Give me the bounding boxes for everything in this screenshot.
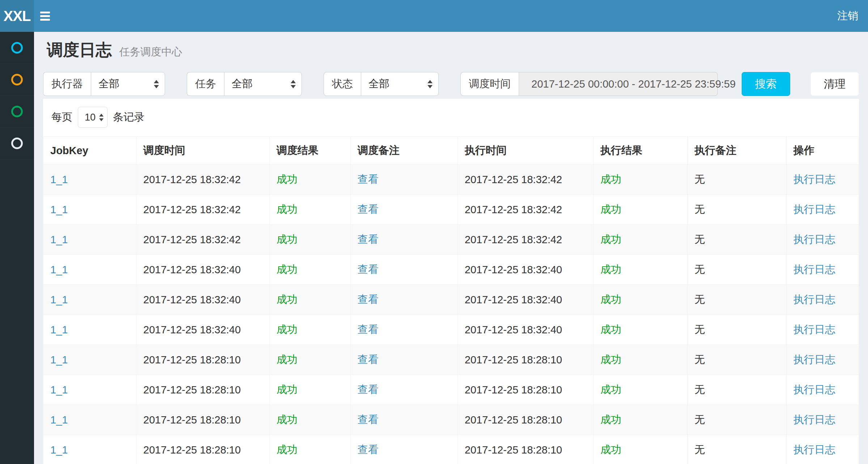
execute-remark: 无 [687, 195, 786, 225]
column-header-execute-log-link: 操作 [786, 137, 859, 165]
execute-remark: 无 [687, 285, 786, 315]
jobkey-link[interactable]: 1_1 [50, 294, 68, 305]
dispatch-remark-link-cell: 查看 [350, 315, 458, 345]
column-header-dispatch-time: 调度时间 [136, 137, 269, 165]
execute-log-link-cell: 执行日志 [786, 225, 859, 255]
dispatch-result: 成功 [269, 435, 350, 464]
dispatch-result: 成功 [269, 195, 350, 225]
dispatch-time: 2017-12-25 18:32:40 [136, 255, 269, 285]
dispatch-remark-link-cell: 查看 [350, 195, 458, 225]
table-row: 1_12017-12-25 18:32:40成功查看2017-12-25 18:… [43, 285, 859, 315]
execute-result: 成功 [593, 225, 687, 255]
dispatch-remark-link[interactable]: 查看 [358, 354, 379, 365]
jobkey-link[interactable]: 1_1 [50, 414, 68, 426]
dispatch-remark-link[interactable]: 查看 [358, 233, 379, 245]
dispatch-remark-link-cell: 查看 [350, 375, 458, 405]
execute-result: 成功 [593, 375, 687, 405]
page-length-prefix: 每页 [51, 110, 72, 125]
job-label: 任务 [187, 72, 224, 96]
jobkey-link[interactable]: 1_1 [50, 444, 68, 456]
dispatch-result: 成功 [269, 315, 350, 345]
table-row: 1_12017-12-25 18:28:10成功查看2017-12-25 18:… [43, 345, 859, 375]
execute-log-link[interactable]: 执行日志 [793, 384, 835, 395]
status-select[interactable]: 全部 [361, 72, 439, 96]
filter-row: 执行器 全部 任务 全部 状态 全部 调度时间 2017-12-25 00:00… [43, 72, 859, 96]
execute-result: 成功 [593, 315, 687, 345]
dispatch-remark-link[interactable]: 查看 [358, 173, 379, 185]
jobkey-link[interactable]: 1_1 [50, 324, 68, 336]
dispatch-remark-link[interactable]: 查看 [358, 444, 379, 455]
jobkey-link-cell: 1_1 [43, 405, 136, 435]
dispatch-time: 2017-12-25 18:32:42 [136, 225, 269, 255]
page-length-select[interactable]: 10 [78, 107, 108, 128]
jobkey-link[interactable]: 1_1 [50, 264, 68, 275]
execute-log-link[interactable]: 执行日志 [793, 414, 835, 425]
table-row: 1_12017-12-25 18:32:42成功查看2017-12-25 18:… [43, 225, 859, 255]
clear-button[interactable]: 清理 [810, 72, 859, 96]
execute-log-link-cell: 执行日志 [786, 195, 859, 225]
dispatch-remark-link[interactable]: 查看 [358, 384, 379, 395]
page-subtitle: 任务调度中心 [119, 46, 182, 58]
execute-log-link[interactable]: 执行日志 [793, 233, 835, 245]
execute-log-link[interactable]: 执行日志 [793, 263, 835, 275]
logout-link[interactable]: 注销 [837, 9, 858, 23]
dispatch-result: 成功 [269, 225, 350, 255]
jobkey-link[interactable]: 1_1 [50, 174, 68, 185]
select-arrows-icon [154, 80, 159, 88]
table-row: 1_12017-12-25 18:28:10成功查看2017-12-25 18:… [43, 405, 859, 435]
execute-log-link[interactable]: 执行日志 [793, 203, 835, 215]
sidebar-item-3[interactable] [0, 96, 34, 127]
job-filter-group: 任务 全部 [187, 72, 302, 96]
time-range-input[interactable]: 2017-12-25 00:00:00 - 2017-12-25 23:59:5… [519, 72, 718, 96]
circle-outline-icon [11, 74, 23, 85]
circle-outline-icon [11, 42, 23, 54]
navbar-right: 注销 [837, 0, 868, 32]
executor-select[interactable]: 全部 [91, 72, 165, 96]
executor-filter-group: 执行器 全部 [43, 72, 165, 96]
dispatch-remark-link[interactable]: 查看 [358, 414, 379, 425]
dispatch-remark-link[interactable]: 查看 [358, 324, 379, 335]
table-row: 1_12017-12-25 18:28:10成功查看2017-12-25 18:… [43, 435, 859, 464]
job-select[interactable]: 全部 [224, 72, 302, 96]
sidebar-item-2[interactable] [0, 64, 34, 96]
dispatch-time: 2017-12-25 18:32:40 [136, 315, 269, 345]
log-table: JobKey调度时间调度结果调度备注执行时间执行结果执行备注操作 1_12017… [43, 136, 859, 464]
dispatch-remark-link[interactable]: 查看 [358, 294, 379, 305]
sidebar-item-4[interactable] [0, 127, 34, 159]
jobkey-link[interactable]: 1_1 [50, 384, 68, 396]
execute-log-link[interactable]: 执行日志 [793, 444, 835, 455]
execute-log-link[interactable]: 执行日志 [793, 294, 835, 305]
sidebar-item-1[interactable] [0, 32, 34, 64]
status-label: 状态 [324, 72, 361, 96]
dispatch-time: 2017-12-25 18:28:10 [136, 405, 269, 435]
jobkey-link[interactable]: 1_1 [50, 204, 68, 215]
brand-logo[interactable]: XXL [0, 0, 34, 32]
dispatch-result: 成功 [269, 165, 350, 195]
jobkey-link-cell: 1_1 [43, 225, 136, 255]
table-row: 1_12017-12-25 18:32:40成功查看2017-12-25 18:… [43, 255, 859, 285]
execute-remark: 无 [687, 345, 786, 375]
table-header-row: JobKey调度时间调度结果调度备注执行时间执行结果执行备注操作 [43, 137, 859, 165]
executor-select-value: 全部 [98, 77, 119, 91]
column-header-execute-result: 执行结果 [593, 137, 687, 165]
sidebar-toggle-button[interactable] [34, 0, 56, 32]
execute-result: 成功 [593, 165, 687, 195]
search-button[interactable]: 搜索 [742, 72, 790, 96]
dispatch-remark-link[interactable]: 查看 [358, 203, 379, 215]
table-row: 1_12017-12-25 18:32:40成功查看2017-12-25 18:… [43, 315, 859, 345]
execute-time: 2017-12-25 18:32:40 [458, 255, 593, 285]
column-header-execute-remark: 执行备注 [687, 137, 786, 165]
execute-log-link[interactable]: 执行日志 [793, 173, 835, 185]
table-row: 1_12017-12-25 18:28:10成功查看2017-12-25 18:… [43, 375, 859, 405]
execute-log-link[interactable]: 执行日志 [793, 354, 835, 365]
execute-remark: 无 [687, 255, 786, 285]
jobkey-link-cell: 1_1 [43, 165, 136, 195]
dispatch-remark-link-cell: 查看 [350, 225, 458, 255]
dispatch-remark-link-cell: 查看 [350, 345, 458, 375]
dispatch-remark-link[interactable]: 查看 [358, 263, 379, 275]
jobkey-link[interactable]: 1_1 [50, 234, 68, 245]
execute-log-link[interactable]: 执行日志 [793, 324, 835, 335]
dispatch-result: 成功 [269, 345, 350, 375]
content-box: 每页 10 条记录 JobKey调度时间调度结果调度备注执行时间执行结果执行备注… [43, 99, 859, 464]
jobkey-link[interactable]: 1_1 [50, 354, 68, 366]
